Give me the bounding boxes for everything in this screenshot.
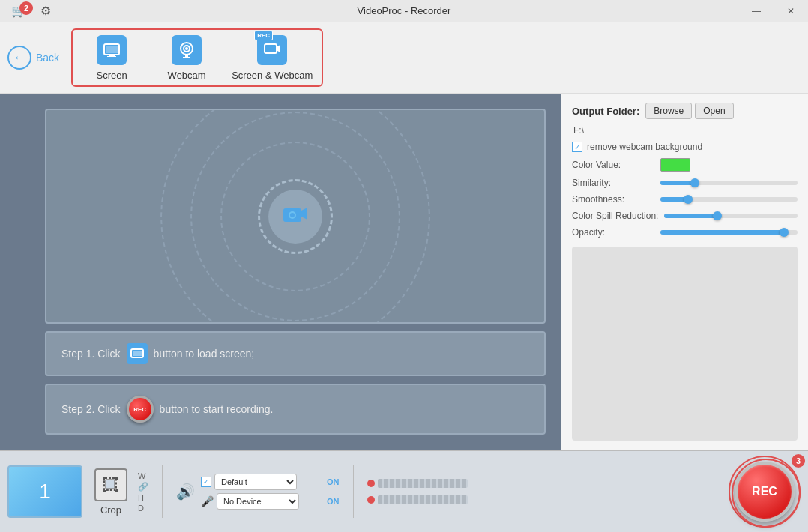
opacity-row: Opacity:: [572, 227, 798, 238]
audio-section: 🔊 ✓ Default 🎤 No Device: [176, 474, 299, 510]
panel-gray-area: [572, 247, 798, 441]
crop-section: Crop: [94, 468, 127, 516]
rec-badge-3: 3: [792, 454, 805, 468]
mic-select[interactable]: No Device: [217, 493, 299, 510]
tab-screen[interactable]: Screen: [82, 35, 142, 81]
tab-screen-webcam[interactable]: REC Screen & Webcam: [232, 35, 313, 81]
right-panel: Output Folder: Browse Open F:\ ✓ remove …: [561, 94, 808, 450]
divider-2: [313, 465, 313, 518]
webcam-tab-label: Webcam: [168, 70, 206, 81]
preview-box: [45, 109, 546, 324]
mic-dropdown-row: 🎤 No Device: [201, 493, 299, 510]
svg-rect-7: [183, 57, 190, 58]
screen-tab-label: Screen: [97, 70, 127, 81]
back-button[interactable]: ← Back: [7, 46, 59, 70]
title-bar: VideoProc - Recorder 🛒 2 ⚙ — ✕: [0, 0, 808, 22]
svg-rect-6: [185, 55, 188, 57]
rec-button-outer-ring: REC: [729, 456, 801, 528]
svg-rect-15: [134, 357, 140, 358]
rec-button-container: REC 3: [729, 456, 801, 528]
wh-section: W 🔗 H D: [138, 471, 148, 513]
camera-icon: [282, 202, 309, 230]
screen-thumbnail: 1: [7, 465, 82, 518]
folder-path: F:\: [573, 125, 584, 136]
speaker-dropdown-row: ✓ Default: [201, 474, 299, 490]
rec-button-label: REC: [752, 485, 777, 498]
screen-number: 1: [39, 480, 51, 504]
meter-row-2: [367, 495, 468, 504]
divider-3: [353, 465, 354, 518]
main-area: Step 1. Click button to load screen; Ste…: [0, 94, 808, 450]
preview-circle-inner: [268, 190, 322, 244]
svg-marker-11: [301, 208, 307, 220]
remove-bg-checkbox[interactable]: ✓: [572, 142, 582, 152]
color-value-label: Color Value:: [572, 160, 654, 170]
svg-rect-1: [109, 55, 115, 56]
crop-label: Crop: [100, 504, 121, 516]
svg-marker-9: [277, 45, 280, 52]
remove-bg-label: remove webcam background: [587, 142, 702, 152]
meter-bar-1: [378, 479, 468, 488]
svg-rect-3: [106, 46, 118, 53]
preview-circle-outer: [258, 179, 333, 254]
dropdown-group: ✓ Default 🎤 No Device: [201, 474, 299, 510]
close-button[interactable]: ✕: [774, 0, 808, 22]
output-folder-label: Output Folder:: [572, 106, 639, 117]
color-spill-thumb[interactable]: [713, 211, 722, 220]
folder-path-row: F:\: [572, 125, 798, 136]
back-label: Back: [36, 52, 59, 64]
similarity-label: Similarity:: [572, 178, 654, 188]
toolbar: ← Back Screen: [0, 22, 808, 94]
opacity-label: Opacity:: [572, 227, 654, 238]
minimize-button[interactable]: —: [739, 0, 774, 22]
browse-button[interactable]: Browse: [645, 103, 692, 119]
on-label-1: ON: [327, 477, 340, 486]
svg-point-13: [290, 213, 295, 217]
speaker-checkbox[interactable]: ✓: [201, 477, 211, 487]
h-label: H: [138, 493, 148, 502]
opacity-slider[interactable]: [660, 230, 798, 235]
tab-webcam[interactable]: Webcam: [157, 35, 217, 81]
step1-bar: Step 1. Click button to load screen;: [45, 331, 546, 376]
similarity-thumb[interactable]: [690, 178, 699, 187]
d-label: D: [138, 504, 148, 513]
smoothness-thumb[interactable]: [684, 195, 693, 204]
svg-rect-8: [265, 44, 277, 53]
smoothness-label: Smoothness:: [572, 194, 654, 205]
step1-suffix: button to load screen;: [154, 348, 255, 360]
open-button[interactable]: Open: [695, 103, 733, 119]
svg-point-5: [185, 47, 188, 50]
crop-icon[interactable]: [94, 468, 127, 501]
opacity-thumb[interactable]: [780, 228, 789, 237]
webcam-tab-icon: [172, 35, 202, 65]
rec-button[interactable]: REC: [735, 462, 795, 522]
preview-area: Step 1. Click button to load screen; Ste…: [0, 94, 561, 450]
screen-webcam-tab-label: Screen & Webcam: [232, 70, 313, 81]
speaker-select[interactable]: Default: [214, 474, 297, 490]
step2-text: Step 2. Click: [61, 403, 121, 415]
folder-buttons: Browse Open: [645, 103, 733, 119]
rec-button-small: REC: [127, 396, 154, 423]
smoothness-slider[interactable]: [660, 197, 798, 202]
screen-tab-icon: [97, 35, 127, 65]
meter-bar-2: [378, 495, 468, 504]
similarity-row: Similarity:: [572, 178, 798, 188]
color-spill-slider[interactable]: [664, 214, 798, 218]
meter-dot-1: [367, 480, 375, 487]
screen-webcam-tab-icon: REC: [257, 35, 287, 65]
step1-text: Step 1. Click: [61, 348, 121, 360]
w-label: W: [138, 471, 148, 480]
bottom-toolbar: 1 Crop W 🔗 H D 🔊 ✓: [0, 450, 808, 532]
color-swatch[interactable]: [660, 158, 690, 172]
speaker-icon: 🔊: [176, 483, 195, 501]
svg-rect-2: [107, 56, 116, 57]
mic-icon: 🎤: [201, 495, 214, 507]
similarity-slider[interactable]: [660, 181, 798, 185]
divider-1: [162, 465, 163, 518]
meter-row-1: [367, 479, 468, 488]
on-off-section: ON ON: [327, 477, 340, 506]
meter-dot-2: [367, 496, 375, 504]
settings-icon[interactable]: ⚙: [34, 0, 57, 22]
title-bar-left: 🛒 2 ⚙: [7, 0, 57, 22]
link-label: 🔗: [138, 482, 148, 492]
